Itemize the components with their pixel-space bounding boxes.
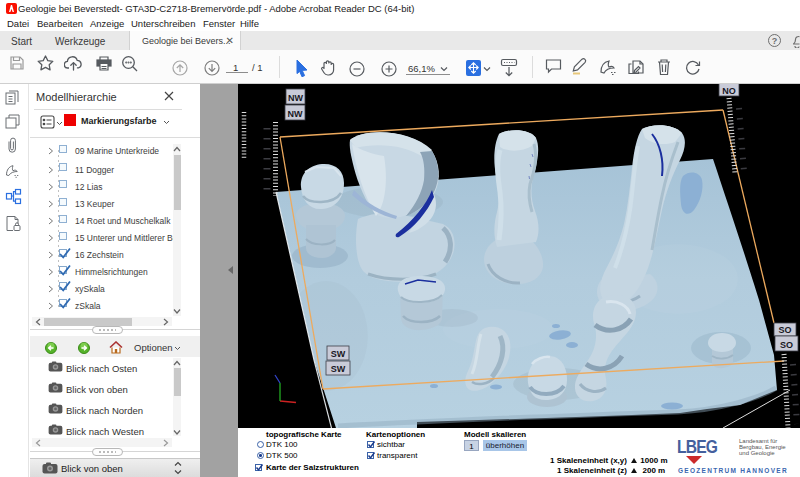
- svg-text:NO: NO: [722, 86, 736, 96]
- svg-text:SW: SW: [331, 364, 346, 374]
- svg-text:NW: NW: [288, 93, 303, 103]
- svg-text:SO: SO: [778, 325, 791, 335]
- svg-text:NW: NW: [288, 109, 303, 119]
- svg-text:SW: SW: [331, 349, 346, 359]
- svg-text:SO: SO: [780, 340, 793, 350]
